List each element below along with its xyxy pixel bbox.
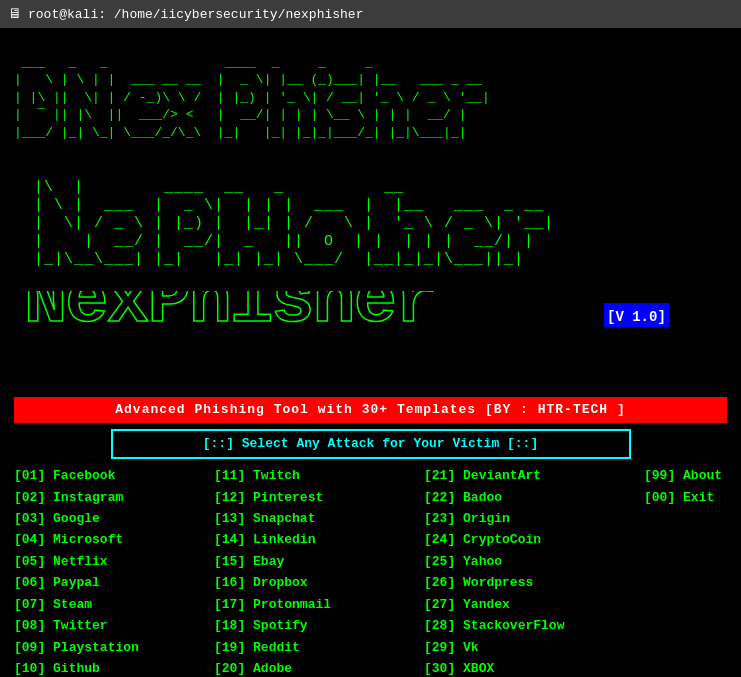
menu-col2: [11] Twitch [12] Pinterest [13] Snapchat… bbox=[214, 465, 424, 677]
menu-item-04[interactable]: [04] Microsoft bbox=[14, 529, 214, 550]
menu-grid: [01] Facebook [02] Instagram [03] Google… bbox=[14, 465, 727, 677]
big-logo-container: NexPhisher [V 1.0] bbox=[14, 291, 727, 391]
titlebar: 🖥 root@kali: /home/iicybersecurity/nexph… bbox=[0, 0, 741, 28]
banner-bar: Advanced Phishing Tool with 30+ Template… bbox=[14, 397, 727, 423]
menu-col3: [21] DeviantArt [22] Badoo [23] Origin [… bbox=[424, 465, 644, 677]
menu-item-02[interactable]: [02] Instagram bbox=[14, 487, 214, 508]
menu-item-26[interactable]: [26] Wordpress bbox=[424, 572, 644, 593]
svg-text:NexPhisher: NexPhisher bbox=[24, 291, 436, 343]
menu-item-30[interactable]: [30] XBOX bbox=[424, 658, 644, 677]
menu-item-15[interactable]: [15] Ebay bbox=[214, 551, 424, 572]
menu-item-10[interactable]: [10] Github bbox=[14, 658, 214, 677]
menu-item-18[interactable]: [18] Spotify bbox=[214, 615, 424, 636]
menu-item-25[interactable]: [25] Yahoo bbox=[424, 551, 644, 572]
logo-line4: | ‾ || |\ || ___/> < | __/| | | | \__ \ … bbox=[14, 107, 490, 122]
select-header-bar: [::] Select Any Attack for Your Victim [… bbox=[111, 429, 631, 459]
svg-text:[V 1.0]: [V 1.0] bbox=[607, 309, 666, 325]
menu-item-03[interactable]: [03] Google bbox=[14, 508, 214, 529]
logo-line3: | |\ || \| | / -_)\ \ / | |_) | '_ \| / … bbox=[14, 90, 490, 105]
menu-item-21[interactable]: [21] DeviantArt bbox=[424, 465, 644, 486]
logo-line2: | \ | \ | | ___ __ __ | _ \| |__ (_)___|… bbox=[14, 72, 490, 87]
logo-line1: ___ _ _ ____ _ _ _ bbox=[14, 55, 490, 70]
menu-item-08[interactable]: [08] Twitter bbox=[14, 615, 214, 636]
titlebar-title: root@kali: /home/iicybersecurity/nexphis… bbox=[28, 7, 363, 22]
menu-item-06[interactable]: [06] Paypal bbox=[14, 572, 214, 593]
menu-item-09[interactable]: [09] Playstation bbox=[14, 637, 214, 658]
menu-item-29[interactable]: [29] Vk bbox=[424, 637, 644, 658]
menu-item-24[interactable]: [24] CryptoCoin bbox=[424, 529, 644, 550]
menu-col4: [99] About [00] Exit bbox=[644, 465, 741, 677]
menu-col1: [01] Facebook [02] Instagram [03] Google… bbox=[14, 465, 214, 677]
menu-item-27[interactable]: [27] Yandex bbox=[424, 594, 644, 615]
menu-item-17[interactable]: [17] Protonmail bbox=[214, 594, 424, 615]
menu-item-23[interactable]: [23] Origin bbox=[424, 508, 644, 529]
menu-item-11[interactable]: [11] Twitch bbox=[214, 465, 424, 486]
menu-item-99[interactable]: [99] About bbox=[644, 465, 741, 486]
logo-line5: |___/ |_| \_| \___/_/\_\ |_| |_| |_|_|__… bbox=[14, 125, 490, 140]
menu-item-22[interactable]: [22] Badoo bbox=[424, 487, 644, 508]
menu-item-01[interactable]: [01] Facebook bbox=[14, 465, 214, 486]
ascii-logo-svg: NexPhisher [V 1.0] bbox=[14, 291, 674, 386]
menu-item-19[interactable]: [19] Reddit bbox=[214, 637, 424, 658]
menu-item-14[interactable]: [14] Linkedin bbox=[214, 529, 424, 550]
menu-item-28[interactable]: [28] StackoverFlow bbox=[424, 615, 644, 636]
logo: ___ _ _ ____ _ _ _ | \ | \ | | ___ __ __… bbox=[14, 36, 727, 159]
menu-item-16[interactable]: [16] Dropbox bbox=[214, 572, 424, 593]
menu-item-07[interactable]: [07] Steam bbox=[14, 594, 214, 615]
ascii-logo: |\ | ____ __ _ __ | \ | ___ | _ \| | | |… bbox=[14, 161, 727, 287]
titlebar-icon: 🖥 bbox=[8, 6, 22, 22]
menu-item-20[interactable]: [20] Adobe bbox=[214, 658, 424, 677]
menu-item-05[interactable]: [05] Netflix bbox=[14, 551, 214, 572]
menu-item-13[interactable]: [13] Snapchat bbox=[214, 508, 424, 529]
menu-item-12[interactable]: [12] Pinterest bbox=[214, 487, 424, 508]
menu-item-00[interactable]: [00] Exit bbox=[644, 487, 741, 508]
terminal: ___ _ _ ____ _ _ _ | \ | \ | | ___ __ __… bbox=[0, 28, 741, 677]
